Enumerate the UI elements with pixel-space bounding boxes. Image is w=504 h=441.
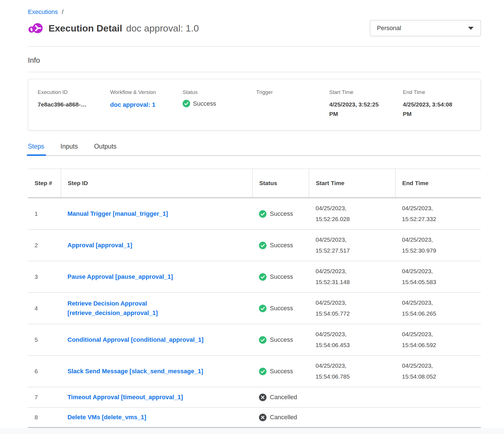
page-bottom-strip: [0, 428, 504, 434]
status-label: Status: [183, 89, 256, 95]
step-number: 6: [28, 364, 61, 379]
step-id-link[interactable]: Manual Trigger [manual_trigger_1]: [67, 209, 168, 219]
step-end-time: 04/25/2023,15:52:27.332: [395, 199, 481, 229]
step-id-link[interactable]: Slack Send Message [slack_send_message_1…: [67, 367, 203, 376]
info-field-trigger: Trigger: [256, 89, 329, 118]
info-section-heading: Info: [28, 56, 481, 65]
header-divider: [28, 46, 481, 47]
step-status-text: Cancelled: [270, 414, 297, 421]
tab-steps[interactable]: Steps: [28, 143, 44, 150]
step-id-link[interactable]: Retrieve Decision Approval [retrieve_dec…: [67, 299, 225, 318]
info-field-execution-id: Execution ID 7e8ac396-a868-…: [38, 89, 110, 118]
success-check-icon: [259, 273, 266, 281]
step-status: Success: [252, 238, 309, 253]
tab-outputs[interactable]: Outputs: [94, 143, 117, 150]
step-end-time: 04/25/2023,15:54:06.265: [395, 294, 481, 323]
step-status-text: Success: [270, 242, 293, 249]
info-field-start-time: Start Time 4/25/2023, 3:52:25 PM: [329, 89, 403, 118]
info-field-status: Status Success: [183, 89, 256, 118]
step-status-text: Success: [270, 273, 293, 280]
info-divider: [28, 72, 481, 72]
table-row: 1 Manual Trigger [manual_trigger_1] Succ…: [28, 198, 481, 230]
table-row: 8 Delete VMs [delete_vms_1] Cancelled: [28, 408, 481, 428]
step-status: Cancelled: [252, 390, 309, 405]
table-row: 2 Approval [approval_1] Success 04/25/20…: [28, 230, 481, 261]
table-row: 3 Pause Approval [pause_approval_1] Succ…: [28, 261, 481, 293]
step-start-time: 04/25/2023,15:52:27.517: [309, 231, 395, 260]
step-id-link[interactable]: Timeout Approval [timeout_approval_1]: [67, 392, 183, 402]
header-status: Status: [252, 169, 309, 197]
step-status: Success: [252, 301, 309, 316]
page-subtitle: doc approval: 1.0: [126, 23, 199, 34]
end-time-line1: 4/25/2023, 3:54:08: [403, 100, 478, 109]
step-status-text: Success: [270, 210, 293, 217]
step-start-time: 04/25/2023,15:54:06.785: [309, 357, 395, 386]
info-field-end-time: End Time 4/25/2023, 3:54:08 PM: [403, 89, 478, 118]
page-title: Execution Detail: [49, 23, 122, 34]
end-time-label: End Time: [403, 89, 478, 95]
success-check-icon: [259, 368, 266, 375]
success-check-icon: [259, 210, 266, 218]
step-end-time: 04/25/2023,15:54:06.592: [395, 325, 481, 355]
status-value: Success: [183, 100, 256, 107]
step-number: 5: [28, 333, 61, 347]
step-end-time: [395, 393, 481, 401]
success-check-icon: [259, 242, 266, 249]
tab-inputs[interactable]: Inputs: [60, 143, 78, 150]
start-time-line1: 4/25/2023, 3:52:25: [329, 100, 403, 109]
step-end-time: 04/25/2023,15:54:08.052: [395, 357, 481, 386]
step-status-text: Success: [270, 336, 293, 343]
step-status: Success: [252, 206, 309, 222]
step-start-time: 04/25/2023,15:54:06.453: [309, 325, 395, 355]
table-row: 5 Conditional Approval [conditional_appr…: [28, 324, 481, 356]
workflow-branch-icon: [28, 20, 43, 36]
step-number: 2: [28, 238, 61, 253]
steps-table-header: Step # Step ID Status Start Time End Tim…: [28, 169, 481, 198]
status-text: Success: [193, 100, 216, 107]
detail-tabs: Steps Inputs Outputs: [28, 143, 481, 156]
step-id-link[interactable]: Conditional Approval [conditional_approv…: [67, 335, 203, 345]
workflow-version-label: Workflow & Version: [110, 89, 183, 95]
success-check-icon: [183, 100, 190, 107]
table-row: 4 Retrieve Decision Approval [retrieve_d…: [28, 293, 481, 324]
start-time-value: 4/25/2023, 3:52:25 PM: [329, 100, 403, 118]
scope-selector-dropdown[interactable]: Personal: [370, 20, 481, 36]
step-end-time: [395, 413, 481, 421]
cancelled-x-icon: [259, 414, 266, 421]
step-start-time: 04/25/2023,15:52:31.148: [309, 262, 395, 292]
step-status: Success: [252, 332, 309, 348]
header-end-time: End Time: [395, 169, 481, 197]
execution-id-value: 7e8ac396-a868-…: [38, 100, 110, 109]
step-id-link[interactable]: Pause Approval [pause_approval_1]: [67, 272, 173, 282]
steps-table: Step # Step ID Status Start Time End Tim…: [28, 169, 481, 428]
chevron-down-icon: [468, 26, 474, 30]
step-id-link[interactable]: Delete VMs [delete_vms_1]: [67, 413, 146, 422]
step-start-time: [309, 413, 395, 421]
table-row: 7 Timeout Approval [timeout_approval_1] …: [28, 387, 481, 408]
success-check-icon: [259, 336, 266, 344]
step-start-time: 04/25/2023,15:54:05.772: [309, 294, 395, 323]
cancelled-x-icon: [259, 394, 266, 401]
page-header: Execution Detail doc approval: 1.0 Perso…: [28, 20, 481, 36]
start-time-label: Start Time: [329, 89, 403, 95]
step-start-time: [309, 393, 395, 401]
step-status: Success: [252, 269, 309, 285]
header-step-number: Step #: [28, 169, 61, 197]
step-status-text: Success: [270, 305, 293, 312]
breadcrumb-separator: /: [62, 8, 64, 16]
header-start-time: Start Time: [309, 169, 395, 197]
info-field-workflow-version: Workflow & Version doc approval: 1: [110, 89, 183, 118]
step-number: 3: [28, 270, 61, 284]
trigger-label: Trigger: [256, 89, 329, 95]
step-status-text: Cancelled: [270, 394, 297, 401]
workflow-version-link[interactable]: doc approval: 1: [110, 100, 156, 110]
header-step-id: Step ID: [61, 169, 252, 197]
start-time-line2: PM: [329, 109, 403, 119]
breadcrumb-executions-link[interactable]: Executions: [28, 8, 58, 16]
step-status: Cancelled: [252, 410, 309, 425]
step-id-link[interactable]: Approval [approval_1]: [67, 241, 132, 250]
execution-id-label: Execution ID: [38, 89, 110, 95]
step-start-time: 04/25/2023,15:52:26.028: [309, 199, 395, 229]
step-status: Success: [252, 364, 309, 379]
execution-info-card: Execution ID 7e8ac396-a868-… Workflow & …: [28, 79, 481, 130]
